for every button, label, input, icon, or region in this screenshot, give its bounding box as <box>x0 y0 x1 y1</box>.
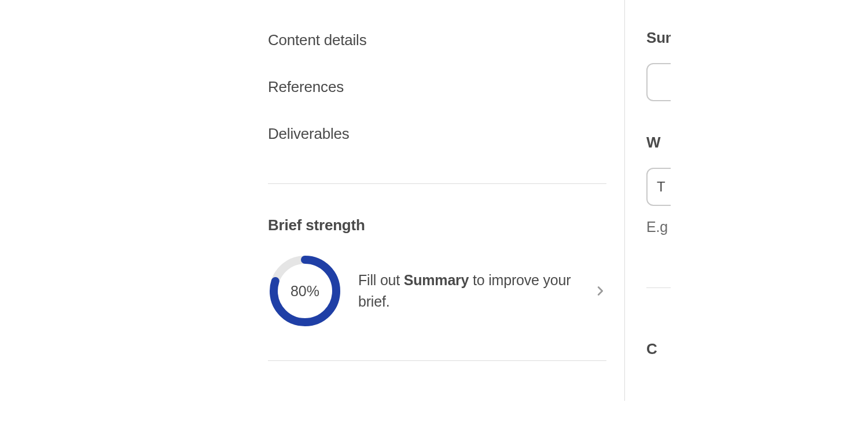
right-panel: Summary W T E.g C <box>646 0 868 435</box>
chevron-right-icon <box>594 285 606 297</box>
progress-ring: 80% <box>268 254 342 328</box>
progress-percent-label: 80% <box>268 254 342 328</box>
brief-hint-text: Fill out Summary to improve your brief. <box>358 270 587 313</box>
nav-item-content-details[interactable]: Content details <box>268 31 606 49</box>
second-field-input[interactable]: T <box>646 168 671 206</box>
second-field-label: W <box>646 134 671 152</box>
nav-item-deliverables[interactable]: Deliverables <box>268 125 606 143</box>
summary-input[interactable] <box>646 63 671 101</box>
second-field-helper: E.g <box>646 219 671 235</box>
brief-strength-heading: Brief strength <box>268 216 606 234</box>
brief-strength-section: Brief strength 80% Fill out Summary to i… <box>268 184 606 361</box>
column-divider <box>624 0 625 401</box>
nav-list: Content details References Deliverables <box>268 0 606 143</box>
summary-label: Summary <box>646 29 671 47</box>
brief-strength-row[interactable]: 80% Fill out Summary to improve your bri… <box>268 254 606 328</box>
divider <box>268 360 606 361</box>
brief-hint-prefix: Fill out <box>358 272 404 288</box>
nav-item-references[interactable]: References <box>268 78 606 96</box>
third-section-label: C <box>646 340 671 358</box>
brief-hint-bold: Summary <box>404 272 469 288</box>
